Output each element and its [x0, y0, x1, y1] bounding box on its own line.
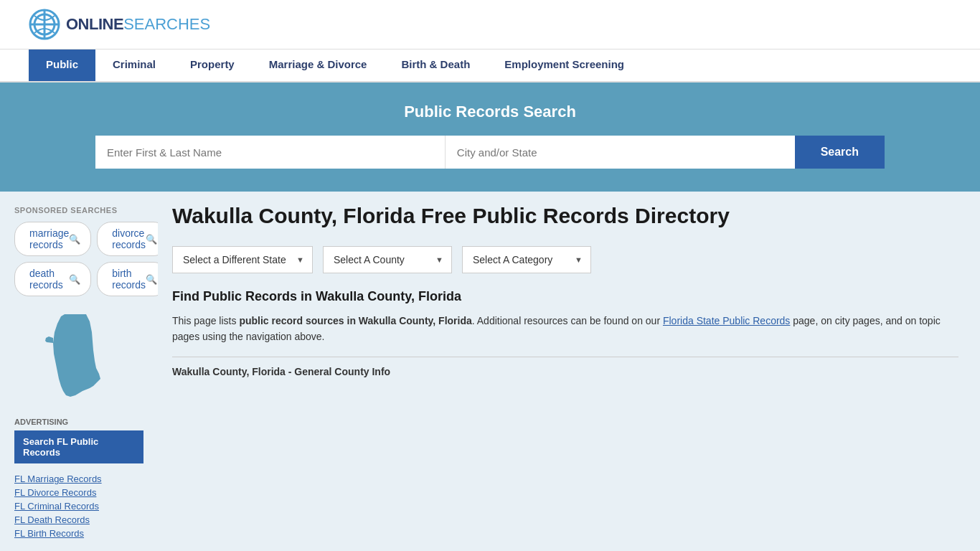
- logo-text: ONLINE SEARCHES: [66, 15, 210, 34]
- florida-state-link[interactable]: Florida State Public Records: [663, 315, 790, 326]
- find-section: Find Public Records in Wakulla County, F…: [172, 289, 958, 377]
- site-header: ONLINE SEARCHES: [0, 0, 980, 50]
- main-nav: Public Criminal Property Marriage & Divo…: [0, 50, 980, 83]
- nav-criminal[interactable]: Criminal: [95, 50, 173, 81]
- nav-employment[interactable]: Employment Screening: [487, 50, 641, 81]
- hero-title: Public Records Search: [29, 103, 951, 121]
- search-icon: 🔍: [146, 234, 157, 245]
- pill-label: death records: [29, 268, 69, 291]
- location-input[interactable]: [446, 136, 795, 169]
- search-icon: 🔍: [146, 274, 157, 285]
- nav-birth-death[interactable]: Birth & Death: [384, 50, 487, 81]
- find-desc-part2: . Additional resources can be found on o…: [472, 315, 663, 326]
- state-dropdown-wrapper: Select a Different State: [172, 246, 313, 273]
- pill-death-records[interactable]: death records 🔍: [14, 262, 91, 296]
- general-info-title: Wakulla County, Florida - General County…: [172, 357, 958, 377]
- search-button[interactable]: Search: [795, 136, 885, 169]
- logo-online: ONLINE: [66, 15, 123, 34]
- find-title: Find Public Records in Wakulla County, F…: [172, 289, 958, 304]
- county-title: Wakulla County, Florida Free Public Reco…: [172, 203, 730, 229]
- logo-searches: SEARCHES: [123, 15, 210, 34]
- find-desc-bold: public record sources in Wakulla County,…: [239, 315, 471, 326]
- pill-label: marriage records: [29, 227, 69, 250]
- search-icon: 🔍: [69, 234, 80, 245]
- sidebar-link-marriage[interactable]: FL Marriage Records: [14, 474, 143, 484]
- pill-marriage-records[interactable]: marriage records 🔍: [14, 222, 91, 256]
- logo[interactable]: ONLINE SEARCHES: [29, 9, 210, 40]
- name-input[interactable]: [95, 136, 446, 169]
- sidebar-link-birth[interactable]: FL Birth Records: [14, 528, 143, 539]
- sponsored-label: SPONSORED SEARCHES: [14, 206, 143, 215]
- nav-public[interactable]: Public: [29, 50, 95, 81]
- dropdowns-row: Select a Different State Select A County…: [172, 246, 958, 273]
- main-content: Wakulla County, Florida Free Public Reco…: [158, 192, 980, 551]
- sidebar-link-death[interactable]: FL Death Records: [14, 514, 143, 525]
- hero-section: Public Records Search Search: [0, 83, 980, 192]
- logo-icon: [29, 9, 60, 40]
- category-dropdown[interactable]: Select A Category: [462, 246, 591, 273]
- pill-label: birth records: [112, 268, 146, 291]
- find-description: This page lists public record sources in…: [172, 313, 958, 345]
- nav-property[interactable]: Property: [173, 50, 252, 81]
- search-icon: 🔍: [69, 274, 80, 285]
- county-dropdown-wrapper: Select A County: [323, 246, 452, 273]
- pill-label: divorce records: [112, 227, 146, 250]
- sponsored-grid: marriage records 🔍 divorce records 🔍 cri…: [14, 222, 143, 296]
- nav-marriage-divorce[interactable]: Marriage & Divorce: [252, 50, 385, 81]
- county-title-text: Wakulla County, Florida Free Public Reco…: [172, 203, 730, 229]
- sidebar-link-divorce[interactable]: FL Divorce Records: [14, 487, 143, 498]
- find-desc-part1: This page lists: [172, 315, 239, 326]
- sidebar: SPONSORED SEARCHES marriage records 🔍 di…: [0, 192, 158, 551]
- sidebar-links: FL Marriage Records FL Divorce Records F…: [14, 474, 143, 539]
- county-header: Wakulla County, Florida Free Public Reco…: [172, 203, 958, 229]
- sidebar-search-button[interactable]: Search FL Public Records: [14, 430, 143, 463]
- state-dropdown[interactable]: Select a Different State: [172, 246, 313, 273]
- category-dropdown-wrapper: Select A Category: [462, 246, 591, 273]
- sidebar-link-criminal[interactable]: FL Criminal Records: [14, 501, 143, 512]
- search-bar: Search: [95, 136, 885, 169]
- advertising-section: Advertising Search FL Public Records FL …: [14, 418, 143, 539]
- florida-map: [43, 311, 115, 404]
- county-dropdown[interactable]: Select A County: [323, 246, 452, 273]
- ad-label: Advertising: [14, 418, 143, 426]
